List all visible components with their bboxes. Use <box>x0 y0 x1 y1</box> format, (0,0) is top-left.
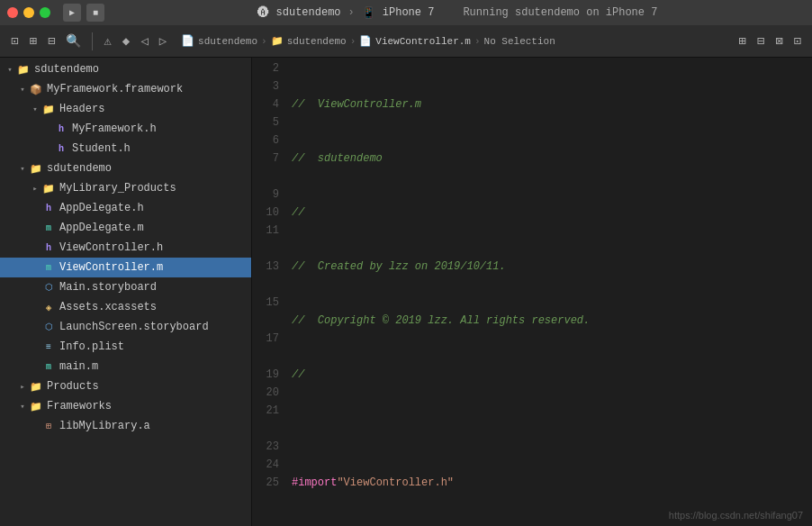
device-name: iPhone 7 <box>383 6 435 19</box>
sidebar-item-libmylibrary[interactable]: ⊞ libMyLibrary.a <box>0 416 251 436</box>
run-button[interactable]: ▶ <box>63 4 81 22</box>
toolbar-sep1 <box>92 32 93 50</box>
label-viewcontroller-h: ViewController.h <box>59 241 163 254</box>
split-btn[interactable]: ⊟ <box>753 32 768 50</box>
nav-back-btn[interactable]: ◁ <box>137 32 151 50</box>
breadcrumb-4[interactable]: No Selection <box>484 36 555 47</box>
sidebar-item-appdelegate-h[interactable]: h AppDelegate.h <box>0 198 251 218</box>
traffic-lights <box>7 7 50 18</box>
sidebar-item-frameworks[interactable]: ▾ 📁 Frameworks <box>0 396 251 416</box>
file-icon-appdelegate-h: h <box>41 201 56 215</box>
sidebar-item-products[interactable]: ▸ 📁 Products <box>0 376 251 396</box>
sidebar-item-main-m[interactable]: m main.m <box>0 357 251 376</box>
line-numbers: 2 3 4 5 6 7 9 10 11 13 15 17 19 20 21 <box>252 59 284 526</box>
file-icon-viewcontroller-h: h <box>41 240 56 255</box>
label-headers: Headers <box>59 103 104 115</box>
sidebar-item-myframework-h[interactable]: h MyFramework.h <box>0 119 251 139</box>
code-line-9: #import "ViewController.h" <box>292 474 812 492</box>
arrow-sdutendemo-group: ▾ <box>16 164 29 174</box>
watermark: https://blog.csdn.net/shifang07 <box>669 510 803 521</box>
sidebar-item-sdutendemo-group[interactable]: ▾ 📁 sdutendemo <box>0 159 251 178</box>
search-btn[interactable]: 🔍 <box>62 32 85 50</box>
sidebar-item-viewcontroller-h[interactable]: h ViewController.h <box>0 238 251 258</box>
breakpoint-btn[interactable]: ◆ <box>119 32 133 50</box>
code-content: // ViewController.m // sdutendemo // // … <box>284 59 812 526</box>
sidebar-item-main-storyboard[interactable]: ⬡ Main.storyboard <box>0 277 251 297</box>
bc-sep1: › <box>261 36 267 47</box>
sidebar-item-launchscreen[interactable]: ⬡ LaunchScreen.storyboard <box>0 317 251 337</box>
arrow-headers: ▾ <box>29 104 41 114</box>
label-myframework-h: MyFramework.h <box>72 122 157 135</box>
label-appdelegate-m: AppDelegate.m <box>59 222 144 234</box>
label-student-h: Student.h <box>72 142 131 155</box>
main-area: ▾ 📁 sdutendemo ▾ 📦 MyFramework.framework… <box>0 58 812 526</box>
file-icon-appdelegate-m: m <box>41 221 56 235</box>
project-name: sdutendemo <box>276 6 341 19</box>
file-icon-viewcontroller-m: m <box>41 260 56 275</box>
stop-button[interactable]: ■ <box>86 4 104 22</box>
file-icon-main-storyboard: ⬡ <box>41 280 56 295</box>
file-icon-info-plist: ≡ <box>41 340 56 354</box>
code-editor[interactable]: 2 3 4 5 6 7 9 10 11 13 15 17 19 20 21 <box>252 58 812 526</box>
grid-btn[interactable]: ⊞ <box>735 32 749 50</box>
sidebar-item-xcassets[interactable]: ◈ Assets.xcassets <box>0 297 251 317</box>
breadcrumb-2[interactable]: sdutendemo <box>287 36 347 47</box>
breadcrumb-3[interactable]: ViewController.m <box>375 36 471 47</box>
label-launchscreen: LaunchScreen.storyboard <box>59 321 209 333</box>
inspector-toggle-btn[interactable]: ⊞ <box>25 32 40 50</box>
sidebar-item-myframework[interactable]: ▾ 📦 MyFramework.framework <box>0 79 251 99</box>
titlebar-center: 🅐 sdutendemo › 📱 iPhone 7 Running sduten… <box>110 6 805 20</box>
sidebar-item-mylibrary-products[interactable]: ▸ 📁 MyLibrary_Products <box>0 178 251 198</box>
file-icon-xcassets: ◈ <box>41 300 56 314</box>
breadcrumb-1[interactable]: sdutendemo <box>198 36 257 47</box>
label-libmylibrary: libMyLibrary.a <box>59 420 150 432</box>
warning-btn[interactable]: ⚠ <box>100 32 114 50</box>
file-icon-student-h: h <box>54 141 68 156</box>
sidebar-item-student-h[interactable]: h Student.h <box>0 139 251 159</box>
code-line-5: // Created by lzz on 2019/10/11. <box>292 258 812 276</box>
label-appdelegate-h: AppDelegate.h <box>59 202 144 214</box>
label-products: Products <box>47 380 99 393</box>
breadcrumb-bar: 📄 sdutendemo › 📁 sdutendemo › 📄 ViewCont… <box>181 34 731 48</box>
code-area: 2 3 4 5 6 7 9 10 11 13 15 17 19 20 21 <box>252 58 812 526</box>
label-frameworks: Frameworks <box>47 400 112 413</box>
toolbar: ⊡ ⊞ ⊟ 🔍 ⚠ ◆ ◁ ▷ 📄 sdutendemo › 📁 sdutend… <box>0 25 812 58</box>
sidebar-item-info-plist[interactable]: ≡ Info.plist <box>0 337 251 357</box>
close-button[interactable] <box>7 7 18 18</box>
label-main-storyboard: Main.storyboard <box>59 281 157 294</box>
folder-icon-products: 📁 <box>29 379 43 394</box>
code-line-8 <box>292 420 812 438</box>
panel-btn[interactable]: ⊠ <box>771 32 786 50</box>
folder-icon-headers: 📁 <box>41 102 56 116</box>
bc-sep2: › <box>350 36 356 47</box>
code-line-3: // sdutendemo <box>292 150 812 168</box>
sidebar-item-sdutendemo-root[interactable]: ▾ 📁 sdutendemo <box>0 59 251 79</box>
layout-btn[interactable]: ⊟ <box>44 32 59 50</box>
inspector-right-btn[interactable]: ⊡ <box>790 32 805 50</box>
sidebar-item-viewcontroller-m[interactable]: m ViewController.m <box>0 258 251 277</box>
minimize-button[interactable] <box>23 7 34 18</box>
maximize-button[interactable] <box>40 7 50 18</box>
folder-toggle-btn[interactable]: ⊡ <box>7 32 22 50</box>
arrow-sdutendemo-root: ▾ <box>4 65 16 75</box>
titlebar: ▶ ■ 🅐 sdutendemo › 📱 iPhone 7 Running sd… <box>0 0 812 25</box>
label-mylibrary-products: MyLibrary_Products <box>59 182 176 195</box>
label-info-plist: Info.plist <box>59 340 124 353</box>
label-myframework: MyFramework.framework <box>47 83 183 95</box>
folder-icon-frameworks: 📁 <box>29 399 43 413</box>
sidebar: ▾ 📁 sdutendemo ▾ 📦 MyFramework.framework… <box>0 58 252 526</box>
arrow-myframework: ▾ <box>16 85 29 95</box>
project-icon: 🅐 <box>257 6 269 20</box>
sep1: › <box>348 6 355 19</box>
sidebar-item-appdelegate-m[interactable]: m AppDelegate.m <box>0 218 251 238</box>
code-line-2: // ViewController.m <box>292 95 812 113</box>
label-sdutendemo-root: sdutendemo <box>34 63 99 76</box>
arrow-frameworks: ▾ <box>16 402 29 412</box>
folder-icon-sdutendemo-group: 📁 <box>29 161 43 176</box>
sidebar-item-headers[interactable]: ▾ 📁 Headers <box>0 99 251 119</box>
bc-sep3: › <box>474 36 481 47</box>
nav-forward-btn[interactable]: ▷ <box>156 32 170 50</box>
file-icon-myframework-h: h <box>54 122 68 136</box>
label-xcassets: Assets.xcassets <box>59 301 157 313</box>
folder-icon-sdutendemo: 📁 <box>16 62 31 77</box>
